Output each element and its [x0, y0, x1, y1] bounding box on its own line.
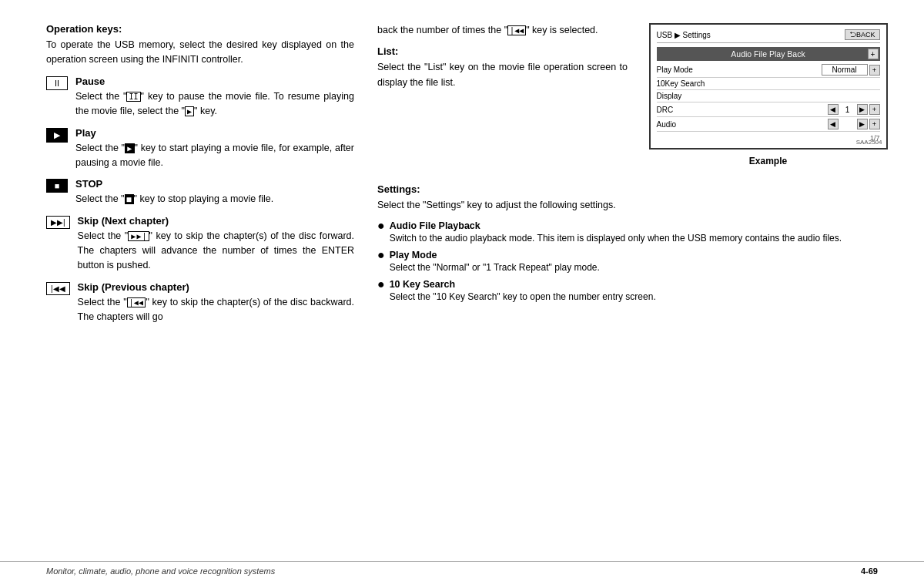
page-info: 1/7 — [657, 134, 880, 142]
skip-prev-text: Select the "|◀◀" key to skip the chapter… — [78, 295, 354, 325]
skip-next-text: Select the "▶▶|" key to skip the chapter… — [78, 229, 354, 274]
footer-left-text: Monitor, climate, audio, phone and voice… — [46, 566, 275, 576]
drc-row: DRC ◀ 1 ▶ + — [657, 102, 880, 117]
display-row: Display — [657, 90, 880, 102]
usb-screen: USB ▶ Settings ⮌BACK Audio File Play Bac… — [649, 23, 888, 150]
audio-label: Audio — [657, 120, 828, 129]
skip-next-label: Skip (Next chapter) — [78, 215, 354, 227]
drc-left-btn[interactable]: ◀ — [828, 104, 839, 115]
stop-text: Select the "■" key to stop playing a mov… — [75, 192, 273, 207]
settings-title: Settings: — [377, 183, 893, 195]
drc-controls: ◀ 1 ▶ — [828, 104, 868, 115]
pause-row: II Pause Select the "II" key to pause th… — [46, 76, 354, 119]
key-search-row: 10Key Search — [657, 78, 880, 90]
stop-desc: STOP Select the "■" key to stop playing … — [75, 178, 273, 207]
play-mode-row: Play Mode Normal + — [657, 62, 880, 78]
pause-label: Pause — [75, 76, 354, 87]
bullet-dot-1: ● — [377, 220, 385, 232]
play-mode-value: Normal — [822, 64, 868, 76]
settings-intro: Select the "Settings" key to adjust the … — [377, 198, 893, 213]
audio-right-btn[interactable]: ▶ — [857, 119, 868, 129]
stop-label: STOP — [75, 178, 273, 190]
drc-side-btn[interactable]: + — [869, 104, 880, 115]
list-title: List: — [377, 45, 628, 57]
skip-next-row: ▶▶| Skip (Next chapter) Select the "▶▶|"… — [46, 215, 354, 274]
play-label: Play — [75, 127, 354, 139]
play-mode-expand-btn[interactable]: + — [869, 65, 880, 76]
page-footer: Monitor, climate, audio, phone and voice… — [0, 561, 924, 576]
list-description: Select the "List" key on the movie file … — [377, 60, 628, 90]
operation-keys-intro: To operate the USB memory, select the de… — [46, 38, 354, 68]
key-search-label: 10Key Search — [657, 79, 880, 88]
play-row: ▶ Play Select the "▶" key to start playi… — [46, 127, 354, 171]
example-label: Example — [643, 156, 893, 166]
display-label: Display — [657, 92, 880, 100]
bullet-dot-2: ● — [377, 249, 385, 261]
back-button[interactable]: ⮌BACK — [845, 29, 880, 40]
play-mode-bullet-title: Play Mode — [390, 250, 893, 260]
settings-section: Settings: Select the "Settings" key to a… — [377, 183, 893, 304]
screen-title: Audio File Play Back + — [657, 47, 880, 61]
skip-prev-icon: |◀◀ — [46, 282, 70, 295]
audio-row: Audio ◀ ▶ + — [657, 117, 880, 132]
bullet-dot-3: ● — [377, 278, 385, 291]
skip-prev-label: Skip (Previous chapter) — [78, 281, 354, 293]
footer-page-number: 4-69 — [861, 566, 878, 576]
drc-value: 1 — [840, 106, 855, 114]
play-mode-content: Play Mode Select the "Normal" or "1 Trac… — [390, 250, 893, 274]
skip-prev-row: |◀◀ Skip (Previous chapter) Select the "… — [46, 281, 354, 325]
screen-header: USB ▶ Settings ⮌BACK — [657, 29, 880, 43]
operation-keys-title: Operation keys: — [46, 23, 354, 35]
skip-prev-desc: Skip (Previous chapter) Select the "|◀◀"… — [78, 281, 354, 325]
play-mode-label: Play Mode — [657, 66, 822, 74]
skip-next-desc: Skip (Next chapter) Select the "▶▶|" key… — [78, 215, 354, 274]
audio-side-btn[interactable]: + — [869, 119, 880, 129]
screen-image-area: USB ▶ Settings ⮌BACK Audio File Play Bac… — [643, 23, 893, 174]
key-search-item: ● 10 Key Search Select the "10 Key Searc… — [377, 279, 893, 304]
drc-right-btn[interactable]: ▶ — [857, 104, 868, 115]
usb-settings-label: USB ▶ Settings — [657, 31, 711, 39]
audio-file-playback-text: Switch to the audio playback mode. This … — [390, 231, 893, 245]
play-mode-item: ● Play Mode Select the "Normal" or "1 Tr… — [377, 250, 893, 274]
skip-next-icon: ▶▶| — [46, 216, 70, 229]
play-mode-bullet-text: Select the "Normal" or "1 Track Repeat" … — [390, 260, 893, 274]
audio-left-btn[interactable]: ◀ — [828, 119, 839, 129]
audio-file-playback-content: Audio File Playback Switch to the audio … — [390, 220, 893, 245]
scroll-up-btn[interactable]: + — [868, 49, 879, 59]
play-key-icon: ▶ — [46, 128, 68, 143]
audio-controls: ◀ ▶ — [828, 119, 868, 129]
drc-label: DRC — [657, 106, 828, 114]
pause-key-icon: II — [46, 76, 68, 90]
play-desc: Play Select the "▶" key to start playing… — [75, 127, 354, 171]
saa-code: SAA2504 — [856, 139, 882, 146]
audio-file-playback-item: ● Audio File Playback Switch to the audi… — [377, 220, 893, 245]
key-search-bullet-title: 10 Key Search — [390, 279, 893, 290]
pause-desc: Pause Select the "II" key to pause the m… — [75, 76, 354, 119]
audio-file-playback-title: Audio File Playback — [390, 220, 893, 231]
key-search-bullet-text: Select the "10 Key Search" key to open t… — [390, 290, 893, 304]
back-number-text: back the number of times the "|◀◀" key i… — [377, 23, 628, 174]
play-text: Select the "▶" key to start playing a mo… — [75, 141, 354, 171]
stop-key-icon: ■ — [46, 179, 68, 193]
pause-text: Select the "II" key to pause the movie f… — [75, 89, 354, 119]
key-search-content: 10 Key Search Select the "10 Key Search"… — [390, 279, 893, 304]
stop-row: ■ STOP Select the "■" key to stop playin… — [46, 178, 354, 207]
